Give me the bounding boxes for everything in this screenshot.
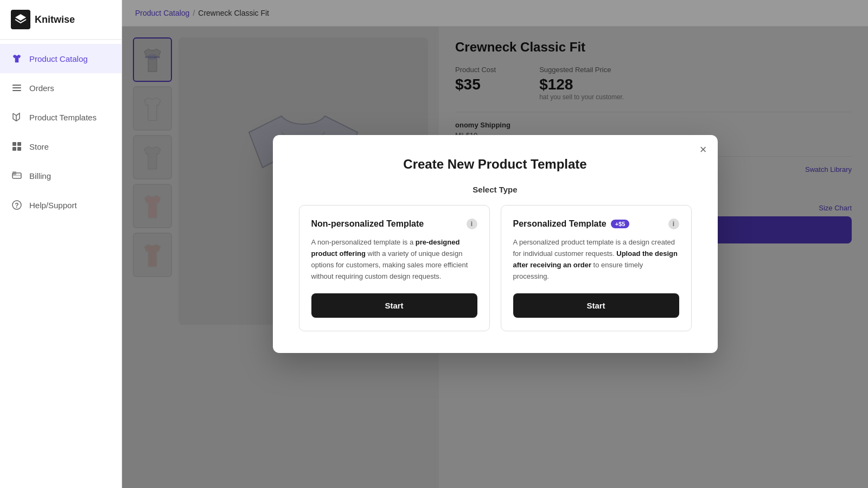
svg-rect-11	[12, 175, 21, 176]
non-personalized-card: Non-personalized Template i A non-person…	[299, 205, 490, 331]
svg-rect-7	[12, 147, 16, 151]
help-icon: ?	[11, 199, 23, 211]
logo-text: Knitwise	[35, 14, 75, 25]
svg-rect-6	[17, 142, 21, 146]
svg-rect-8	[17, 147, 21, 151]
sidebar-item-product-templates[interactable]: Product Templates	[0, 102, 122, 132]
sidebar-item-help[interactable]: ? Help/Support	[0, 190, 122, 220]
modal-title: Create New Product Template	[299, 157, 692, 172]
sidebar-item-orders[interactable]: Orders	[0, 73, 122, 102]
personalized-info-icon[interactable]: i	[668, 219, 679, 229]
template-icon	[11, 111, 23, 123]
logo: Knitwise	[0, 0, 122, 40]
sidebar-item-product-catalog[interactable]: Product Catalog	[0, 44, 122, 73]
store-icon	[11, 140, 23, 152]
sidebar-item-label-help: Help/Support	[29, 201, 77, 210]
sidebar: Knitwise Product Catalog Orders	[0, 0, 122, 488]
sidebar-item-label-product-templates: Product Templates	[29, 113, 97, 122]
personalized-title-with-badge: Personalized Template +$5	[513, 219, 630, 229]
personalized-title-row: Personalized Template +$5 i	[513, 219, 679, 229]
svg-rect-2	[12, 87, 21, 88]
svg-rect-5	[12, 142, 16, 146]
non-personalized-title-row: Non-personalized Template i	[311, 219, 477, 229]
sidebar-item-label-store: Store	[29, 142, 49, 151]
main-content: Product Catalog / Crewneck Classic Fit D…	[122, 0, 868, 488]
shirt-icon	[11, 53, 23, 65]
non-personalized-card-title: Non-personalized Template	[311, 219, 424, 229]
non-personalized-info-icon[interactable]: i	[467, 219, 477, 229]
sidebar-item-billing[interactable]: Billing	[0, 161, 122, 190]
personalized-card: Personalized Template +$5 i A personaliz…	[501, 205, 692, 331]
sidebar-item-label-billing: Billing	[29, 171, 51, 181]
sidebar-item-label-product-catalog: Product Catalog	[29, 54, 88, 63]
personalized-price-badge: +$5	[611, 220, 630, 228]
billing-icon	[11, 170, 23, 182]
template-cards-container: Non-personalized Template i A non-person…	[299, 205, 692, 331]
sidebar-nav: Product Catalog Orders Product Templates	[0, 40, 122, 224]
svg-rect-4	[12, 85, 15, 86]
list-icon	[11, 82, 23, 94]
modal-overlay[interactable]: × Create New Product Template Select Typ…	[122, 0, 868, 488]
modal-close-button[interactable]: ×	[700, 144, 707, 156]
personalized-card-title: Personalized Template	[513, 219, 607, 229]
non-personalized-card-desc: A non-personalized template is a pre-des…	[311, 237, 477, 282]
personalized-card-desc: A personalized product template is a des…	[513, 237, 679, 282]
svg-rect-3	[12, 90, 21, 91]
sidebar-item-store[interactable]: Store	[0, 132, 122, 161]
sidebar-item-label-orders: Orders	[29, 84, 54, 93]
svg-text:?: ?	[15, 202, 18, 209]
knitwise-logo-icon	[11, 10, 30, 29]
modal-dialog: × Create New Product Template Select Typ…	[273, 135, 718, 352]
modal-select-type-label: Select Type	[299, 185, 692, 194]
personalized-start-button[interactable]: Start	[513, 293, 679, 318]
non-personalized-start-button[interactable]: Start	[311, 293, 477, 318]
